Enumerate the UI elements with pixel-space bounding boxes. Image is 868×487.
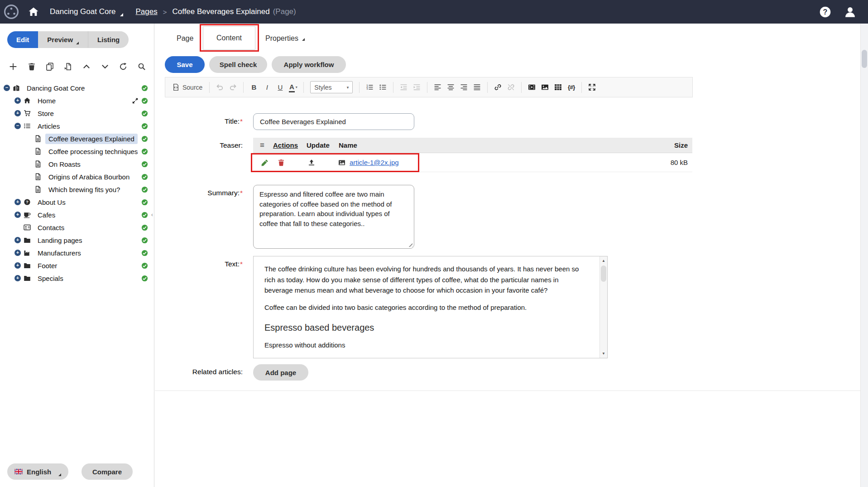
align-justify-icon[interactable]	[471, 81, 483, 94]
maximize-icon[interactable]	[586, 81, 598, 94]
expand-toggle-icon[interactable]: +	[14, 262, 21, 269]
expand-toggle-icon[interactable]: +	[14, 97, 21, 104]
source-label: Source	[182, 84, 202, 91]
bulleted-list-icon[interactable]	[377, 81, 389, 94]
link-icon[interactable]	[492, 81, 504, 94]
tree-item-on-roasts[interactable]: On Roasts	[3, 158, 151, 170]
home-dashboard-icon[interactable]	[28, 6, 39, 17]
upload-file-icon[interactable]	[308, 159, 315, 166]
align-left-icon[interactable]	[432, 81, 444, 94]
edit-file-icon[interactable]	[261, 159, 269, 166]
tree-item-contacts[interactable]: Contacts	[3, 221, 151, 234]
tree-item-articles[interactable]: −Articles	[3, 120, 151, 132]
breadcrumb-pages-link[interactable]: Pages	[136, 7, 158, 16]
tree-item-about-us[interactable]: +?About Us	[3, 196, 151, 208]
add-page-icon[interactable]	[6, 60, 20, 73]
spell-check-button[interactable]: Spell check	[209, 56, 267, 73]
tab-page[interactable]: Page	[177, 34, 193, 43]
tree-item-specials[interactable]: +Specials	[3, 272, 151, 284]
published-check-icon	[141, 250, 148, 256]
collapse-toggle-icon[interactable]: −	[14, 123, 21, 129]
title-input[interactable]	[253, 113, 414, 130]
align-right-icon[interactable]	[458, 81, 470, 94]
preview-mode-button[interactable]: Preview	[38, 31, 88, 48]
tree-item-manufacturers[interactable]: +Manufacturers	[3, 246, 151, 259]
drag-handle-icon[interactable]: ≡	[253, 141, 273, 150]
panel-collapse-handle[interactable]: ‹	[149, 208, 155, 220]
rich-text-content[interactable]: The coffee drinking culture has been evo…	[254, 256, 599, 358]
tree-item-dancing-goat-core[interactable]: −Dancing Goat Core	[3, 82, 151, 94]
applications-menu-icon[interactable]	[4, 4, 19, 19]
tree-item-coffee-beverages-explained[interactable]: Coffee Beverages Explained	[3, 132, 151, 145]
top-bar: Dancing Goat Core Pages > Coffee Beverag…	[0, 0, 868, 24]
compare-button[interactable]: Compare	[82, 463, 133, 480]
save-button[interactable]: Save	[165, 56, 205, 73]
user-account-icon[interactable]	[844, 6, 856, 18]
edit-mode-button[interactable]: Edit	[7, 31, 38, 48]
underline-icon[interactable]: U	[274, 81, 286, 94]
scroll-down-icon[interactable]: ▼	[600, 350, 607, 357]
tab-properties[interactable]: Properties	[265, 34, 305, 43]
tree-item-cafes[interactable]: +Cafes	[3, 208, 151, 221]
application-title[interactable]: Dancing Goat Core	[50, 7, 116, 16]
decrease-indent-icon[interactable]	[398, 81, 410, 94]
expand-toggle-icon[interactable]: +	[14, 199, 21, 205]
language-selector-button[interactable]: English	[7, 463, 68, 480]
copy-page-icon[interactable]	[43, 60, 57, 73]
tree-item-landing-pages[interactable]: +Landing pages	[3, 234, 151, 246]
tree-item-home[interactable]: +Home	[3, 94, 151, 107]
tree-item-which-brewing-fits-you[interactable]: Which brewing fits you?	[3, 183, 151, 196]
italic-icon[interactable]: I	[261, 81, 273, 94]
tab-content[interactable]: Content	[203, 26, 255, 50]
help-icon[interactable]: ?	[819, 6, 831, 18]
refresh-tree-icon[interactable]	[116, 60, 130, 73]
bold-icon[interactable]: B	[248, 81, 260, 94]
editor-scrollbar-thumb[interactable]	[601, 265, 606, 282]
align-center-icon[interactable]	[445, 81, 457, 94]
apply-workflow-button[interactable]: Apply workflow	[272, 56, 346, 73]
delete-page-icon[interactable]	[25, 60, 38, 73]
expand-toggle-icon[interactable]: +	[14, 212, 21, 218]
unlink-icon[interactable]	[505, 81, 517, 94]
expand-toggle-icon[interactable]: +	[14, 110, 21, 116]
tree-item-footer[interactable]: +Footer	[3, 259, 151, 272]
editor-scrollbar[interactable]: ▲ ▼	[599, 256, 607, 358]
delete-file-icon[interactable]	[278, 159, 285, 166]
page-scrollbar[interactable]	[860, 24, 868, 487]
insert-image-icon[interactable]	[539, 81, 551, 94]
styles-dropdown[interactable]: Styles▾	[310, 81, 353, 93]
summary-textarea[interactable]: Espresso and filtered coffee are two mai…	[253, 185, 414, 249]
expand-toggle-icon[interactable]: +	[14, 250, 21, 256]
tree-item-origins-of-arabica-bourbon[interactable]: Origins of Arabica Bourbon	[3, 170, 151, 183]
insert-table-icon[interactable]	[552, 81, 564, 94]
teaser-file-link[interactable]: article-1@2x.jpg	[350, 159, 399, 166]
teaser-header-actions[interactable]: Actions	[273, 141, 307, 149]
numbered-list-icon[interactable]: 123	[364, 81, 376, 94]
expand-toggle-icon[interactable]: +	[14, 275, 21, 281]
search-icon[interactable]	[135, 60, 149, 73]
source-button[interactable]: Source	[169, 81, 205, 94]
page-scrollbar-thumb[interactable]	[862, 50, 867, 68]
insert-media-icon[interactable]	[526, 81, 538, 94]
move-up-icon[interactable]	[80, 60, 93, 73]
insert-macro-icon[interactable]: {#}	[565, 81, 577, 94]
tree-item-label: Which brewing fits you?	[45, 184, 123, 195]
move-down-icon[interactable]	[98, 60, 112, 73]
tree-item-label: About Us	[34, 197, 69, 207]
tree-item-store[interactable]: +Store	[3, 107, 151, 120]
expand-toggle-icon[interactable]: +	[14, 237, 21, 243]
undo-icon[interactable]	[214, 81, 226, 94]
add-page-button[interactable]: Add page	[253, 364, 308, 381]
text-color-icon[interactable]: A▾	[287, 81, 299, 94]
toolbar-separator	[393, 82, 393, 93]
redo-icon[interactable]	[227, 81, 239, 94]
scroll-up-icon[interactable]: ▲	[600, 257, 607, 265]
collapse-toggle-icon[interactable]: −	[4, 85, 10, 91]
listing-mode-button[interactable]: Listing	[88, 31, 129, 48]
tree-item-coffee-processing-techniques[interactable]: Coffee processing techniques	[3, 145, 151, 158]
published-check-icon	[141, 148, 148, 155]
increase-indent-icon[interactable]	[411, 81, 423, 94]
summary-field-wrap: Espresso and filtered coffee are two mai…	[253, 185, 414, 249]
move-page-icon[interactable]	[62, 60, 75, 73]
app-switcher-caret-icon	[120, 13, 123, 16]
